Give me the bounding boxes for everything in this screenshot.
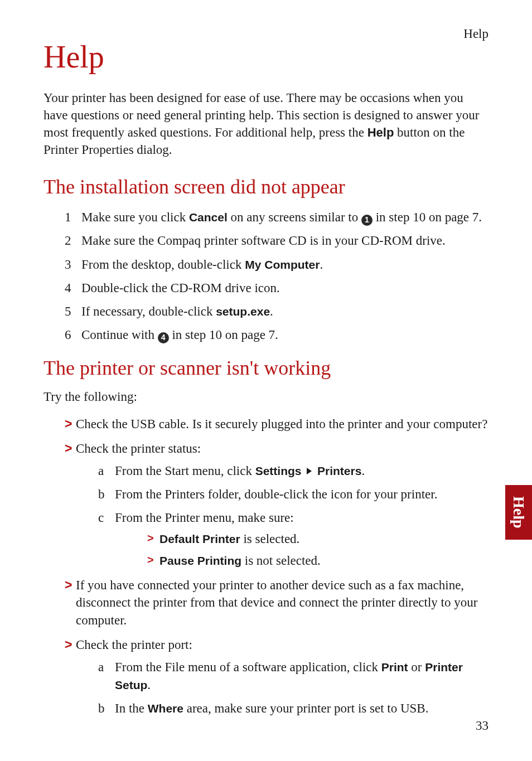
item-text: If you have connected your printer to an… [76, 578, 477, 627]
running-header: Help [463, 27, 489, 41]
item-letter: a [98, 658, 104, 676]
list-item: 4 Double-click the CD-ROM drive icon. [65, 279, 489, 297]
item-text: If necessary, double-click [81, 304, 216, 318]
item-text: . [270, 304, 273, 318]
list-item: 1 Make sure you click Cancel on any scre… [65, 209, 489, 226]
list-item: Check the printer status: a From the Sta… [65, 440, 489, 570]
list-item: 6 Continue with 4 in step 10 on page 7. [65, 326, 489, 344]
item-text: on any screens similar to [228, 210, 361, 224]
list-item: If you have connected your printer to an… [65, 576, 489, 629]
item-text: is not selected. [241, 554, 321, 568]
side-tab: Help [505, 485, 532, 540]
item-number: 2 [65, 232, 71, 250]
section1-list: 1 Make sure you click Cancel on any scre… [43, 209, 489, 344]
triangle-right-icon [307, 468, 312, 474]
list-item: 2 Make sure the Compaq printer software … [65, 232, 489, 250]
item-letter: b [98, 700, 105, 718]
item-text: . [147, 678, 151, 692]
bold-print: Print [381, 661, 408, 673]
list-item: c From the Printer menu, make sure: Defa… [98, 509, 489, 570]
list-item: 3 From the desktop, double-click My Comp… [65, 256, 489, 274]
item-text: Check the USB cable. Is it securely plug… [76, 417, 487, 431]
lettered-list: a From the Start menu, click Settings Pr… [76, 462, 489, 570]
list-item: b In the Where area, make sure your prin… [98, 700, 489, 718]
list-item: 5 If necessary, double-click setup.exe. [65, 303, 489, 321]
item-number: 5 [65, 303, 71, 321]
item-letter: c [98, 509, 104, 527]
item-text: Check the printer port: [76, 638, 192, 652]
intro-help-bold: Help [367, 125, 394, 139]
nested-list: Default Printer is selected. Pause Print… [115, 530, 489, 569]
item-letter: a [98, 462, 104, 480]
item-number: 3 [65, 256, 71, 274]
page-content: Help Your printer has been designed for … [0, 0, 532, 718]
item-text: In the [115, 701, 148, 715]
item-number: 1 [65, 209, 71, 226]
bold-cancel: Cancel [189, 211, 228, 224]
bold-defaultprinter: Default Printer [159, 532, 240, 545]
item-text: Make sure the Compaq printer software CD… [81, 234, 446, 248]
item-text: area, make sure your printer port is set… [183, 701, 428, 715]
circled-1-icon: 1 [361, 215, 373, 226]
bold-setupexe: setup.exe [216, 305, 270, 318]
list-item: a From the Start menu, click Settings Pr… [98, 462, 489, 480]
item-number: 6 [65, 326, 71, 344]
item-text: Make sure you click [81, 210, 189, 224]
list-item: Pause Printing is not selected. [147, 552, 489, 570]
item-text: in step 10 on page 7. [169, 328, 278, 342]
item-text: or [408, 660, 425, 674]
list-item: b From the Printers folder, double-click… [98, 486, 489, 503]
item-letter: b [98, 486, 105, 503]
item-text: . [320, 258, 323, 272]
item-text: From the Printer menu, make sure: [115, 511, 294, 525]
section2-list: Check the USB cable. Is it securely plug… [43, 415, 489, 718]
bold-printers: Printers [317, 464, 361, 477]
item-text: From the desktop, double-click [81, 258, 245, 272]
bold-settings: Settings [255, 464, 302, 477]
lettered-list: a From the File menu of a software appli… [76, 658, 489, 718]
item-text: From the Start menu, click [115, 464, 255, 478]
item-text: From the File menu of a software applica… [115, 660, 381, 674]
item-text: . [361, 464, 365, 478]
item-number: 4 [65, 279, 71, 297]
list-item: Default Printer is selected. [147, 530, 489, 548]
list-item: a From the File menu of a software appli… [98, 658, 489, 694]
section2-heading: The printer or scanner isn't working [43, 356, 489, 380]
item-text: Double-click the CD-ROM drive icon. [81, 281, 280, 295]
list-item: Check the USB cable. Is it securely plug… [65, 415, 489, 433]
bold-pauseprinting: Pause Printing [159, 554, 241, 567]
try-text: Try the following: [43, 390, 489, 404]
section1-heading: The installation screen did not appear [43, 175, 489, 198]
item-text: From the Printers folder, double-click t… [115, 487, 437, 501]
item-text: in step 10 on page 7. [373, 210, 482, 224]
item-text: Continue with [81, 328, 158, 342]
page-title: Help [43, 39, 489, 75]
intro-paragraph: Your printer has been designed for ease … [43, 89, 489, 158]
item-text: Check the printer status: [76, 442, 201, 455]
bold-where: Where [148, 702, 183, 715]
list-item: Check the printer port: a From the File … [65, 636, 489, 718]
bold-mycomputer: My Computer [245, 258, 320, 271]
item-text: is selected. [240, 532, 300, 546]
page-number: 33 [476, 719, 489, 733]
circled-4-icon: 4 [158, 332, 169, 343]
